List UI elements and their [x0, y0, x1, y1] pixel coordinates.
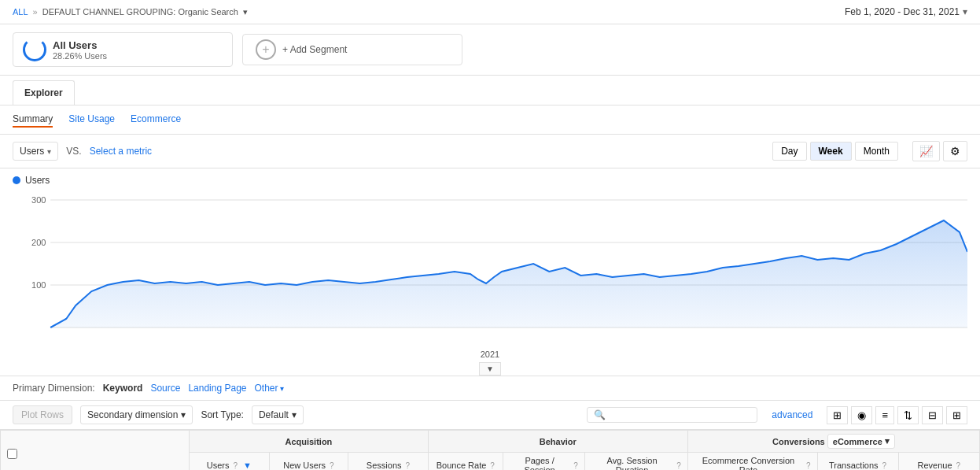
primary-dim-label: Primary Dimension:	[13, 383, 95, 394]
chart-year-label: 2021	[13, 346, 967, 362]
secondary-dimension-dropdown[interactable]: Secondary dimension ▾	[80, 405, 193, 424]
line-chart-btn[interactable]: 📈	[912, 141, 940, 161]
motioncharts-btn[interactable]: ⚙	[943, 141, 967, 161]
revenue-help-icon[interactable]: ?	[956, 461, 961, 470]
ecommerce-dropdown[interactable]: eCommerce ▾	[827, 434, 895, 449]
time-btn-month[interactable]: Month	[855, 142, 898, 161]
dim-keyword[interactable]: Keyword	[103, 383, 143, 394]
dim-source[interactable]: Source	[150, 383, 180, 394]
add-segment-btn[interactable]: + + Add Segment	[242, 34, 462, 65]
grid-view-btn[interactable]: ⊞	[827, 406, 848, 424]
chart-controls: Users ▾ VS. Select a metric Day Week Mon…	[0, 135, 980, 168]
secondary-dim-arrow-icon: ▾	[181, 409, 186, 420]
time-buttons: Day Week Month	[772, 142, 898, 161]
chart-expand-btn[interactable]: ▼	[479, 362, 501, 376]
select-all-checkbox[interactable]	[7, 449, 17, 459]
select-metric-link[interactable]: Select a metric	[90, 146, 152, 157]
segment-bar: All Users 28.26% Users + + Add Segment	[0, 24, 980, 76]
svg-text:200: 200	[31, 238, 46, 247]
tab-summary[interactable]: Summary	[13, 112, 53, 128]
dim-landing-page[interactable]: Landing Page	[188, 383, 246, 394]
col-bounce-rate: Bounce Rate ?	[428, 453, 503, 471]
primary-dimension-bar: Primary Dimension: Keyword Source Landin…	[0, 376, 980, 401]
sub-tabs: Summary Site Usage Ecommerce	[0, 105, 980, 135]
col-header-checkbox	[1, 431, 190, 471]
users-sort-icon[interactable]: ▼	[243, 461, 252, 470]
top-bar: ALL » DEFAULT CHANNEL GROUPING: Organic …	[0, 0, 980, 24]
breadcrumb-arrow[interactable]: ▾	[243, 7, 248, 17]
pie-view-btn[interactable]: ◉	[851, 406, 872, 424]
col-transactions: Transactions ?	[817, 453, 898, 471]
sort-type-label: Sort Type:	[201, 409, 243, 420]
segment-spinner-icon	[23, 38, 46, 61]
transactions-help-icon[interactable]: ?	[882, 461, 887, 470]
vs-label: VS.	[66, 146, 81, 157]
sort-default-label: Default	[259, 409, 289, 420]
col-new-users: New Users ?	[269, 453, 348, 471]
breadcrumb: ALL » DEFAULT CHANNEL GROUPING: Organic …	[13, 7, 248, 17]
chart-area-fill	[50, 220, 967, 328]
metric-dropdown[interactable]: Users ▾	[13, 142, 58, 161]
col-sessions: Sessions ?	[348, 453, 429, 471]
bounce-help-icon[interactable]: ?	[490, 461, 495, 470]
search-input[interactable]	[609, 409, 750, 420]
dim-other-label: Other	[255, 383, 278, 394]
col-avg-session: Avg. Session Duration ?	[584, 453, 687, 471]
date-range-text: Feb 1, 2020 - Dec 31, 2021	[845, 6, 960, 17]
segment-name: All Users	[53, 39, 107, 51]
chart-svg: 300 200 100	[13, 189, 967, 346]
legend-dot-icon	[13, 176, 20, 184]
breadcrumb-channel: DEFAULT CHANNEL GROUPING: Organic Search	[42, 7, 238, 17]
tab-ecommerce[interactable]: Ecommerce	[131, 112, 181, 128]
chart-svg-element: 300 200 100	[13, 189, 967, 346]
breadcrumb-all[interactable]: ALL	[13, 7, 28, 17]
metric-arrow-icon: ▾	[47, 147, 51, 156]
tab-site-usage[interactable]: Site Usage	[68, 112, 115, 128]
new-users-help-icon[interactable]: ?	[330, 461, 334, 470]
explorer-tab[interactable]: Explorer	[13, 80, 75, 105]
advanced-link[interactable]: advanced	[772, 409, 812, 420]
date-range-chevron: ▾	[963, 6, 967, 17]
chart-area: Users 300 200 100 2021 ▼	[0, 168, 980, 376]
sessions-help-icon[interactable]: ?	[406, 461, 411, 470]
table-toolbar: Plot Rows Secondary dimension ▾ Sort Typ…	[0, 401, 980, 430]
svg-text:300: 300	[31, 195, 46, 205]
data-table: Acquisition Behavior Conversions eCommer…	[0, 430, 980, 470]
legend-label: Users	[25, 175, 50, 186]
pages-help-icon[interactable]: ?	[573, 461, 578, 470]
col-users: Users ? ▼	[190, 453, 270, 471]
segment-info: All Users 28.26% Users	[53, 39, 107, 61]
behavior-header: Behavior	[428, 431, 687, 453]
sort-arrow-icon: ▾	[292, 409, 297, 420]
add-segment-icon: +	[256, 39, 276, 60]
avg-session-help-icon[interactable]: ?	[676, 461, 681, 470]
search-box[interactable]: 🔍	[587, 407, 757, 423]
search-icon: 🔍	[594, 409, 606, 420]
bar-view-btn[interactable]: ≡	[875, 406, 894, 424]
metric-label: Users	[20, 146, 44, 157]
pivot2-view-btn[interactable]: ⊞	[946, 406, 967, 424]
time-btn-week[interactable]: Week	[810, 142, 852, 161]
chart-legend: Users	[13, 175, 967, 186]
chart-type-buttons: 📈 ⚙	[912, 141, 967, 161]
plot-rows-btn: Plot Rows	[13, 405, 72, 424]
dim-other-arrow-icon: ▾	[280, 384, 284, 393]
chart-expand: ▼	[13, 362, 967, 376]
pivot-view-btn[interactable]: ⊟	[922, 406, 943, 424]
explorer-tab-bar: Explorer	[0, 76, 980, 105]
all-users-segment[interactable]: All Users 28.26% Users	[13, 32, 233, 67]
date-range[interactable]: Feb 1, 2020 - Dec 31, 2021 ▾	[845, 6, 967, 17]
acquisition-header: Acquisition	[190, 431, 429, 453]
col-pages-session: Pages / Session ?	[503, 453, 584, 471]
time-btn-day[interactable]: Day	[772, 142, 806, 161]
conversions-header: Conversions eCommerce ▾	[687, 431, 979, 453]
users-help-icon[interactable]: ?	[234, 461, 238, 470]
col-revenue: Revenue ?	[898, 453, 979, 471]
dim-other-dropdown[interactable]: Other ▾	[255, 383, 284, 394]
breadcrumb-sep1: »	[33, 7, 38, 17]
ecommerce-rate-help-icon[interactable]: ?	[806, 461, 811, 470]
secondary-dim-label: Secondary dimension	[87, 409, 178, 420]
compare-view-btn[interactable]: ⇅	[897, 406, 919, 424]
sort-type-dropdown[interactable]: Default ▾	[252, 405, 304, 424]
col-ecommerce-rate: Ecommerce Conversion Rate ?	[687, 453, 817, 471]
